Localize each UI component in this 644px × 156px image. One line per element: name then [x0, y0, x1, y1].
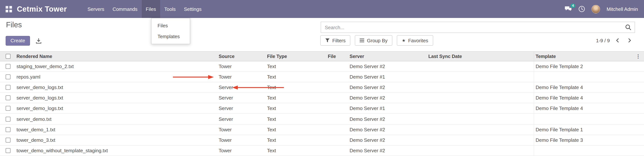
apps-menu-icon[interactable] — [0, 0, 12, 18]
row-checkbox[interactable] — [6, 148, 10, 153]
cell-source: Server — [217, 95, 266, 101]
column-header-file-type[interactable]: File Type — [266, 54, 326, 59]
cell-source: Server — [217, 106, 266, 111]
row-select-cell — [0, 127, 15, 132]
row-checkbox[interactable] — [6, 75, 10, 79]
export-button[interactable] — [36, 38, 42, 44]
pager-next-button[interactable] — [625, 37, 634, 44]
cell-rendered-name: tower_demo_3.txt — [15, 137, 217, 143]
table-row[interactable]: server_demo_logs.txt Server Text Demo Se… — [0, 93, 644, 103]
cell-server: Demo Server #2 — [348, 84, 427, 90]
pager-previous-button[interactable] — [613, 37, 622, 44]
cell-source: Tower — [217, 64, 266, 69]
files-menu-dropdown: Files Templates — [151, 18, 190, 44]
group-by-bars-icon — [360, 38, 364, 43]
avatar — [592, 5, 600, 13]
column-header-server[interactable]: Server — [348, 54, 427, 59]
row-checkbox[interactable] — [6, 127, 10, 132]
cell-server: Demo Server #2 — [348, 95, 427, 101]
user-name[interactable]: Mitchell Admin — [606, 6, 638, 12]
cell-template: Demo File Template 4 — [534, 93, 632, 103]
cell-file-type: Text — [266, 106, 326, 111]
top-bar: Cetmix Tower Servers Commands Files Tool… — [0, 0, 644, 18]
column-header-rendered-name[interactable]: Rendered Name — [15, 54, 217, 59]
cell-rendered-name: server_demo_logs.txt — [15, 95, 217, 101]
cell-server: Demo Server #2 — [348, 137, 427, 143]
select-all-checkbox[interactable] — [6, 54, 10, 59]
row-checkbox[interactable] — [6, 138, 10, 142]
row-checkbox[interactable] — [6, 96, 10, 100]
nav-item-settings[interactable]: Settings — [180, 0, 206, 18]
cell-server: Demo Server #2 — [348, 148, 427, 153]
cell-rendered-name: staging_tower_demo_2.txt — [15, 64, 217, 69]
cell-rendered-name: server_demo_logs.txt — [15, 106, 217, 111]
cell-template — [534, 146, 632, 156]
chevron-right-icon — [628, 38, 631, 43]
row-select-cell — [0, 85, 15, 90]
cell-source: Tower — [217, 127, 266, 132]
favorites-label: Favorites — [408, 38, 428, 43]
column-options-icon[interactable]: ⋮ — [636, 54, 640, 59]
cell-file-type: Text — [266, 116, 326, 122]
table-row[interactable]: server_demo.txt Server Text Demo Server … — [0, 114, 644, 124]
table-row[interactable]: server_demo_logs.txt Server Text Demo Se… — [0, 103, 644, 114]
files-list-table: Rendered Name Source File Type File Serv… — [0, 51, 644, 156]
user-menu[interactable] — [592, 5, 600, 13]
cell-template: Demo File Template 4 — [534, 103, 632, 114]
column-header-file[interactable]: File — [326, 54, 348, 59]
cell-rendered-name: repos.yaml — [15, 74, 217, 80]
row-checkbox[interactable] — [6, 64, 10, 69]
nav-item-files[interactable]: Files — [142, 0, 160, 18]
table-row[interactable]: server_demo_logs.txt Server Text Demo Se… — [0, 82, 644, 93]
cell-rendered-name: server_demo_logs.txt — [15, 84, 217, 90]
search-input[interactable] — [321, 24, 625, 30]
search-bar — [321, 22, 635, 33]
page-title: Files — [6, 21, 22, 29]
cell-source: Server — [217, 84, 266, 90]
filters-button[interactable]: Filters — [320, 35, 350, 46]
pager: 1-9 / 9 — [596, 35, 634, 46]
row-checkbox[interactable] — [6, 106, 10, 111]
cell-file-type: Text — [266, 148, 326, 153]
favorites-button[interactable]: ★ Favorites — [397, 35, 433, 46]
row-checkbox[interactable] — [6, 117, 10, 121]
optional-columns-cell: ⋮ — [632, 51, 644, 61]
pager-value[interactable]: 1-9 / 9 — [596, 38, 610, 43]
column-header-template[interactable]: Template — [534, 52, 632, 61]
table-row[interactable]: repos.yaml Tower Text Demo Server #1 — [0, 72, 644, 82]
topbar-spacer — [206, 0, 565, 18]
cell-file-type: Text — [266, 137, 326, 143]
dropdown-item-files[interactable]: Files — [152, 20, 190, 31]
topbar-right: 4 Mitchell Admin — [564, 0, 644, 18]
row-select-cell — [0, 148, 15, 153]
filters-label: Filters — [332, 38, 346, 43]
row-checkbox[interactable] — [6, 85, 10, 90]
row-select-cell — [0, 96, 15, 100]
column-header-last-sync-date[interactable]: Last Sync Date — [427, 54, 534, 59]
row-select-cell — [0, 138, 15, 142]
messages-icon[interactable]: 4 — [564, 6, 572, 12]
nav-item-servers[interactable]: Servers — [84, 0, 108, 18]
app-brand: Cetmix Tower — [17, 0, 67, 18]
nav-item-tools[interactable]: Tools — [160, 0, 180, 18]
cell-rendered-name: tower_demo_without_template_staging.txt — [15, 148, 217, 153]
dropdown-item-templates[interactable]: Templates — [152, 31, 190, 42]
table-row[interactable]: staging_tower_demo_2.txt Tower Text Demo… — [0, 61, 644, 72]
select-all-cell — [0, 54, 15, 59]
cell-source: Server — [217, 116, 266, 122]
create-button[interactable]: Create — [6, 36, 30, 46]
table-row[interactable]: tower_demo_1.txt Tower Text Demo Server … — [0, 124, 644, 135]
group-by-label: Group By — [367, 38, 388, 43]
table-row[interactable]: tower_demo_without_template_staging.txt … — [0, 146, 644, 156]
group-by-button[interactable]: Group By — [355, 35, 392, 46]
cell-file-type: Text — [266, 74, 326, 80]
activity-clock-icon[interactable] — [578, 6, 585, 12]
clock-icon — [578, 6, 585, 12]
column-header-source[interactable]: Source — [217, 54, 266, 59]
search-icon[interactable] — [625, 24, 631, 30]
cell-server: Demo Server #1 — [348, 74, 427, 80]
table-row[interactable]: tower_demo_3.txt Tower Text Demo Server … — [0, 135, 644, 145]
cell-template: Demo File Template 2 — [534, 61, 632, 72]
nav-item-commands[interactable]: Commands — [108, 0, 142, 18]
page-root: Cetmix Tower Servers Commands Files Tool… — [0, 0, 644, 156]
